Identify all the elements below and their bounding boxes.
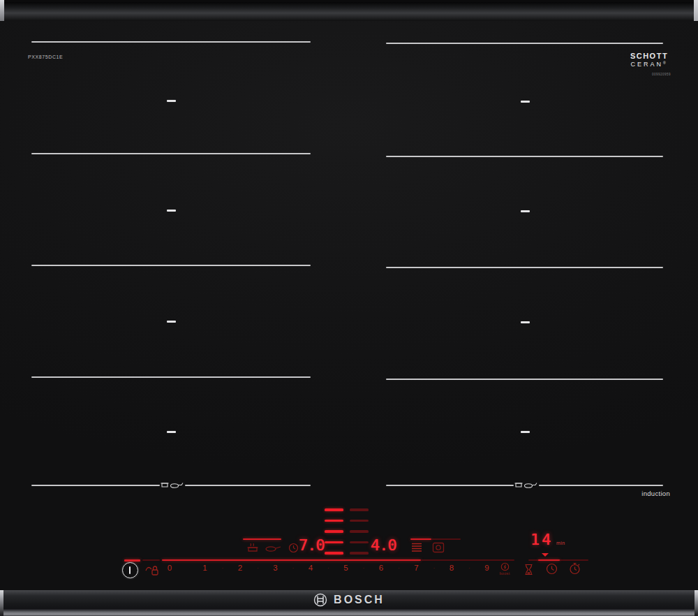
level-separator: · <box>396 565 401 571</box>
clock-icon <box>288 543 299 553</box>
pan-position-mark <box>521 431 530 433</box>
pan-position-mark <box>521 101 530 103</box>
level-6-button[interactable]: 6 <box>376 564 386 572</box>
frying-pan-icon[interactable] <box>265 543 281 552</box>
induction-label: induction <box>620 490 670 497</box>
zone-lines-icon[interactable] <box>411 542 422 553</box>
level-separator: · <box>467 565 471 571</box>
hourglass-icon[interactable] <box>524 564 534 575</box>
zone-line <box>386 485 514 486</box>
stopwatch-icon[interactable] <box>569 562 581 575</box>
flex-segment-bar <box>325 508 343 511</box>
level-separator: · <box>221 565 225 571</box>
pan-position-mark <box>167 431 176 433</box>
timer-value: 14 <box>530 531 554 548</box>
power-icon[interactable] <box>122 562 138 578</box>
child-lock-icon[interactable] <box>144 564 161 576</box>
induction-cooktop: PXX875DC1E SCHOTT CERAN® 009920959 induc… <box>0 0 698 616</box>
flex-segment-bar <box>350 541 369 544</box>
lock-indicator-line <box>142 559 160 561</box>
left-zone-level: 7.0 <box>299 536 325 554</box>
pot-pan-icon <box>514 479 539 489</box>
ceramic-glass-surface <box>0 21 698 590</box>
level-8-button[interactable]: 8 <box>447 564 456 572</box>
zone-line <box>386 156 663 157</box>
bosch-emblem-icon <box>313 593 327 607</box>
zone-line <box>31 41 311 43</box>
function-indicator-line-dim <box>431 538 461 540</box>
flex-segment-bar <box>350 552 369 555</box>
timer-clock-icon[interactable] <box>546 563 558 575</box>
boost-icon[interactable] <box>500 562 510 571</box>
timer-indicator-line-active <box>538 559 560 562</box>
flex-segment-bar <box>350 530 369 533</box>
model-label: PXX875DC1E <box>28 54 63 59</box>
zone-line <box>31 153 311 154</box>
timer-unit: min <box>556 541 565 545</box>
level-separator: · <box>362 565 366 571</box>
level-1-button[interactable]: 1 <box>200 564 210 572</box>
right-zone-display[interactable]: 4.0 <box>371 538 396 553</box>
flex-segment-bar <box>350 508 369 511</box>
level-separator: · <box>432 565 436 571</box>
pan-position-mark <box>521 210 530 212</box>
boost-label: boost <box>493 571 517 575</box>
level-7-button[interactable]: 7 <box>412 564 422 572</box>
level-5-button[interactable]: 5 <box>341 564 351 572</box>
level-separator: · <box>255 565 260 571</box>
flex-segment-bar <box>325 552 343 555</box>
bosch-logo: BOSCH <box>0 593 698 607</box>
level-4-button[interactable]: 4 <box>306 564 315 572</box>
top-trim <box>4 2 694 21</box>
flex-segment-bar <box>325 530 343 533</box>
level-slider-active[interactable] <box>162 559 421 562</box>
pan-position-mark <box>167 210 176 212</box>
schott-line: SCHOTT <box>628 52 671 60</box>
flex-segment-bar <box>325 541 343 544</box>
ceran-line: CERAN® <box>628 61 671 68</box>
zone-line <box>386 379 663 380</box>
zone-line <box>31 265 311 266</box>
level-2-button[interactable]: 2 <box>235 564 245 572</box>
pan-position-mark <box>521 321 530 323</box>
zone-line <box>386 267 663 268</box>
glass-code: 009920959 <box>628 73 671 76</box>
zone-line <box>386 43 663 44</box>
function-indicator-line <box>243 538 281 540</box>
level-separator: · <box>291 565 295 571</box>
function-indicator-line <box>410 538 431 540</box>
level-slider-remainder[interactable] <box>421 559 514 561</box>
level-3-button[interactable]: 3 <box>271 564 281 572</box>
level-9-button[interactable]: 9 <box>482 564 492 572</box>
pot-steam-icon[interactable] <box>245 541 260 552</box>
zone-line <box>185 485 311 486</box>
zone-line <box>31 485 160 486</box>
right-zone-level: 4.0 <box>371 536 396 554</box>
flex-segment-bar <box>325 520 343 522</box>
timer-display[interactable]: 14 min <box>530 532 565 548</box>
level-0-button[interactable]: 0 <box>165 564 174 572</box>
zone-line <box>539 485 663 486</box>
flex-segment-bar <box>350 520 369 522</box>
schott-ceran-logo: SCHOTT CERAN® 009920959 <box>628 52 671 76</box>
pot-pan-icon <box>160 479 185 489</box>
zone-line <box>31 376 311 378</box>
pan-position-mark <box>167 100 176 102</box>
bosch-wordmark: BOSCH <box>334 594 385 606</box>
pan-zone-icon[interactable] <box>432 542 445 553</box>
timer-marker-icon <box>542 553 549 557</box>
power-indicator-line <box>124 559 140 562</box>
pan-position-mark <box>167 321 176 323</box>
level-separator: · <box>326 565 330 571</box>
left-zone-display[interactable]: 7.0 <box>299 538 325 553</box>
